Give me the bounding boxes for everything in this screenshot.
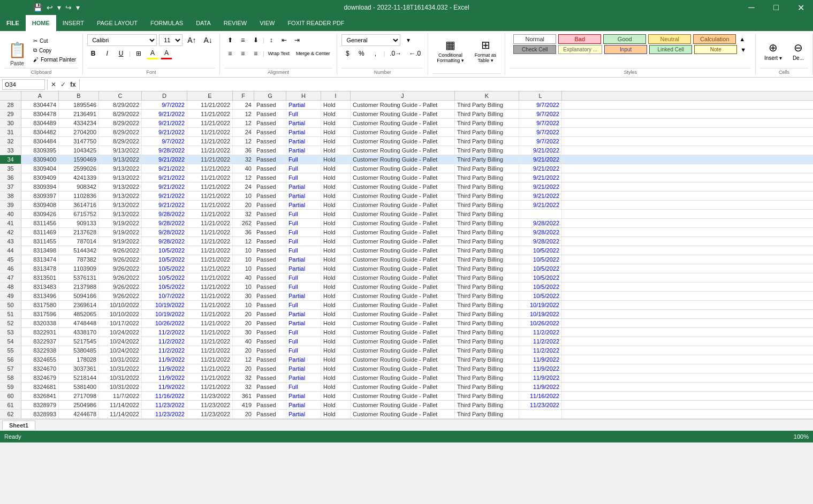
cell-f[interactable]: 12	[233, 119, 254, 127]
cell-b[interactable]: 3614716	[59, 201, 99, 209]
cell-h[interactable]: Partial	[286, 192, 321, 200]
cell-k[interactable]: Third Party Billing	[455, 292, 519, 300]
cell-k[interactable]: Third Party Billing	[455, 337, 519, 346]
cell-c[interactable]: 9/26/2022	[99, 282, 142, 291]
cell-l[interactable]: 9/28/2022	[519, 237, 562, 246]
table-row[interactable]: 28830447418955468/29/20229/7/202211/21/2…	[0, 101, 813, 110]
cell-e[interactable]: 11/21/2022	[187, 201, 233, 209]
cell-g[interactable]: Passed	[254, 155, 286, 164]
align-top-button[interactable]: ⬆	[224, 34, 236, 46]
cell-d[interactable]: 10/26/2022	[142, 319, 187, 327]
cell-c[interactable]: 8/29/2022	[99, 137, 142, 146]
percent-button[interactable]: %	[355, 48, 367, 59]
cell-e[interactable]: 11/21/2022	[187, 346, 233, 355]
cell-f[interactable]: 40	[233, 337, 254, 346]
cell-k[interactable]: Third Party Billing	[455, 328, 519, 337]
cell-e[interactable]: 11/21/2022	[187, 319, 233, 327]
cell-g[interactable]: Passed	[254, 201, 286, 209]
cell-i[interactable]: Hold	[321, 219, 351, 227]
cell-d[interactable]: 9/21/2022	[142, 192, 187, 200]
cell-e[interactable]: 11/21/2022	[187, 164, 233, 173]
cell-i[interactable]: Hold	[321, 228, 351, 236]
cell-k[interactable]: Third Party Billing	[455, 301, 519, 309]
cell-k[interactable]: Third Party Billing	[455, 210, 519, 218]
table-row[interactable]: 30830448943342348/29/20229/21/202211/21/…	[0, 119, 813, 128]
cell-c[interactable]: 10/17/2022	[99, 319, 142, 327]
tab-data[interactable]: DATA	[189, 15, 217, 31]
cell-f[interactable]: 12	[233, 237, 254, 246]
cell-i[interactable]: Hold	[321, 137, 351, 146]
cell-k[interactable]: Third Party Billing	[455, 246, 519, 255]
cell-d[interactable]: 9/21/2022	[142, 173, 187, 182]
cell-e[interactable]: 11/21/2022	[187, 310, 233, 318]
cell-d[interactable]: 9/21/2022	[142, 110, 187, 118]
cell-a[interactable]: 8311455	[21, 237, 59, 246]
cell-h[interactable]: Full	[286, 337, 321, 346]
cell-g[interactable]: Passed	[254, 273, 286, 282]
cell-g[interactable]: Passed	[254, 173, 286, 182]
cell-g[interactable]: Passed	[254, 301, 286, 309]
cell-k[interactable]: Third Party Billing	[455, 201, 519, 209]
font-size-select[interactable]: 11	[159, 34, 183, 46]
cell-a[interactable]: 8304484	[21, 137, 59, 146]
cell-e[interactable]: 11/23/2022	[187, 410, 233, 418]
table-row[interactable]: 44831349851443429/26/202210/5/202211/21/…	[0, 246, 813, 255]
cell-f[interactable]: 24	[233, 101, 254, 109]
table-row[interactable]: 39830940836147169/13/20229/21/202211/21/…	[0, 201, 813, 210]
cell-c[interactable]: 10/31/2022	[99, 364, 142, 373]
cell-e[interactable]: 11/23/2022	[187, 401, 233, 409]
format-painter-button[interactable]: 🖌 Format Painter	[31, 56, 78, 64]
cell-b[interactable]: 4334234	[59, 119, 99, 127]
cell-g[interactable]: Passed	[254, 264, 286, 273]
cell-b[interactable]: 4852065	[59, 310, 99, 318]
cell-c[interactable]: 8/29/2022	[99, 119, 142, 127]
cell-c[interactable]: 9/26/2022	[99, 273, 142, 282]
table-row[interactable]: 518317596485206510/10/202210/19/202211/2…	[0, 310, 813, 319]
cell-a[interactable]: 8313474	[21, 255, 59, 264]
cell-i[interactable]: Hold	[321, 101, 351, 109]
table-row[interactable]: 36830940942413399/13/20229/21/202211/21/…	[0, 173, 813, 182]
cell-d[interactable]: 10/19/2022	[142, 301, 187, 309]
cell-f[interactable]: 32	[233, 373, 254, 382]
table-row[interactable]: 42831146921376289/19/20229/28/202211/21/…	[0, 228, 813, 237]
cell-k[interactable]: Third Party Billing	[455, 228, 519, 236]
table-row[interactable]: 38830939711028369/13/20229/21/202211/21/…	[0, 192, 813, 201]
cell-a[interactable]: 8313483	[21, 282, 59, 291]
cell-l[interactable]: 10/5/2022	[519, 246, 562, 255]
cell-k[interactable]: Third Party Billing	[455, 319, 519, 327]
table-row[interactable]: 4183114569091339/19/20229/28/202211/21/2…	[0, 219, 813, 228]
font-decrease-btn[interactable]: A↓	[201, 34, 215, 46]
cell-a[interactable]: 8313496	[21, 292, 59, 300]
cell-h[interactable]: Partial	[286, 292, 321, 300]
cell-l[interactable]: 11/9/2022	[519, 355, 562, 364]
cell-f[interactable]: 30	[233, 292, 254, 300]
cell-b[interactable]: 2599026	[59, 164, 99, 173]
insert-function-icon[interactable]: fx	[69, 80, 77, 89]
table-row[interactable]: 35830940425990269/13/20229/21/202211/21/…	[0, 164, 813, 173]
table-row[interactable]: 32830448431477508/29/20229/7/202211/21/2…	[0, 137, 813, 146]
cell-j[interactable]: Customer Routing Guide - Pallet	[351, 273, 455, 282]
cell-k[interactable]: Third Party Billing	[455, 401, 519, 409]
cell-f[interactable]: 262	[233, 219, 254, 227]
style-linked-cell[interactable]: Linked Cell	[649, 45, 692, 54]
cell-c[interactable]: 9/13/2022	[99, 182, 142, 191]
col-header-c[interactable]: C	[99, 91, 142, 100]
cell-a[interactable]: 8328979	[21, 401, 59, 409]
cell-h[interactable]: Partial	[286, 255, 321, 264]
cell-f[interactable]: 20	[233, 364, 254, 373]
cell-e[interactable]: 11/21/2022	[187, 155, 233, 164]
save-icon[interactable]: 💾	[32, 2, 43, 13]
cell-k[interactable]: Third Party Billing	[455, 119, 519, 127]
cell-a[interactable]: 8313498	[21, 246, 59, 255]
col-header-k[interactable]: K	[455, 91, 519, 100]
cell-f[interactable]: 40	[233, 273, 254, 282]
cell-d[interactable]: 11/9/2022	[142, 383, 187, 391]
cell-l[interactable]	[519, 410, 562, 418]
cell-d[interactable]: 10/5/2022	[142, 282, 187, 291]
wrap-text-button[interactable]: Wrap Text	[265, 48, 292, 59]
style-good[interactable]: Good	[603, 34, 646, 44]
cell-k[interactable]: Third Party Billing	[455, 101, 519, 109]
cell-f[interactable]: 10	[233, 192, 254, 200]
cell-l[interactable]: 9/28/2022	[519, 219, 562, 227]
cell-j[interactable]: Customer Routing Guide - Pallet	[351, 119, 455, 127]
